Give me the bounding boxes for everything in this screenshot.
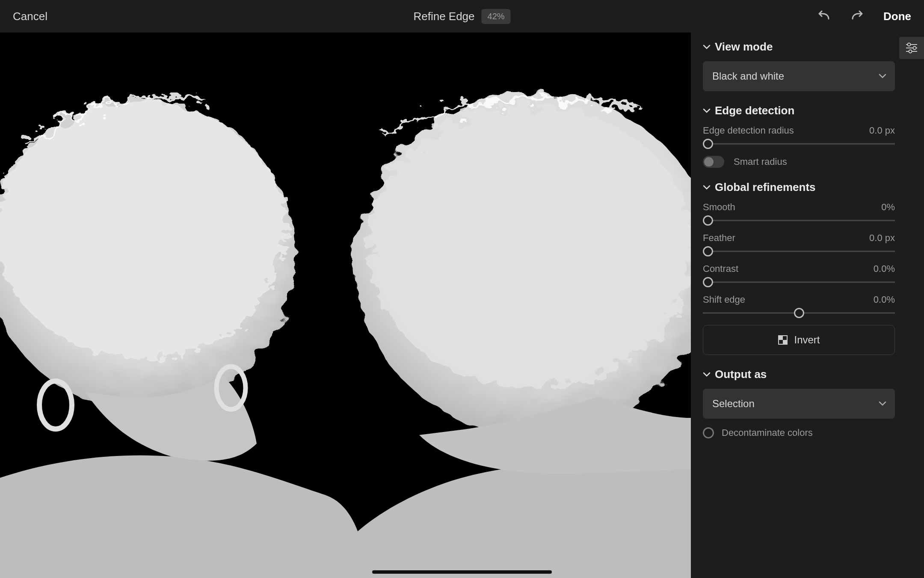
smart-radius-toggle[interactable] xyxy=(703,156,724,168)
properties-panel: View mode Black and white Edge detection… xyxy=(691,33,924,578)
redo-button[interactable] xyxy=(849,8,866,25)
feather-slider[interactable] xyxy=(703,245,895,257)
invert-icon xyxy=(778,335,788,345)
svg-point-14 xyxy=(909,50,912,53)
view-mode-dropdown[interactable]: Black and white xyxy=(703,61,895,91)
section-title: View mode xyxy=(715,40,773,54)
svg-rect-17 xyxy=(783,340,787,344)
page-title: Refine Edge xyxy=(413,10,474,23)
invert-label: Invert xyxy=(794,334,820,346)
decontaminate-colors-radio[interactable] xyxy=(703,427,714,438)
edge-radius-label: Edge detection radius xyxy=(703,125,794,136)
settings-tab[interactable] xyxy=(899,37,924,59)
dropdown-value: Black and white xyxy=(712,70,784,82)
contrast-slider[interactable] xyxy=(703,276,895,288)
section-edge-detection: Edge detection Edge detection radius 0.0… xyxy=(703,104,895,168)
smooth-slider[interactable] xyxy=(703,215,895,226)
edge-radius-slider[interactable] xyxy=(703,138,895,150)
contrast-value: 0.0% xyxy=(874,263,895,274)
svg-point-7 xyxy=(0,101,287,358)
chevron-down-icon xyxy=(879,74,886,79)
canvas-preview[interactable] xyxy=(0,33,691,578)
smart-radius-label: Smart radius xyxy=(734,156,787,167)
edge-radius-value: 0.0 px xyxy=(869,125,895,136)
undo-icon xyxy=(816,10,831,22)
section-output-as: Output as Selection Decontaminate colors xyxy=(703,368,895,438)
shift-edge-value: 0.0% xyxy=(874,294,895,305)
decontaminate-colors-label: Decontaminate colors xyxy=(722,427,813,438)
smooth-value: 0% xyxy=(881,202,895,213)
invert-button[interactable]: Invert xyxy=(703,325,895,355)
output-as-dropdown[interactable]: Selection xyxy=(703,389,895,419)
chevron-down-icon xyxy=(703,108,711,113)
section-title: Edge detection xyxy=(715,104,794,117)
svg-rect-16 xyxy=(779,336,783,340)
section-header-global-refinements[interactable]: Global refinements xyxy=(703,181,895,194)
section-global-refinements: Global refinements Smooth 0% Feather 0.0… xyxy=(703,181,895,355)
top-bar: Cancel Refine Edge 42% Done xyxy=(0,0,924,33)
sliders-icon xyxy=(905,42,918,54)
chevron-down-icon xyxy=(703,185,711,190)
undo-button[interactable] xyxy=(815,8,832,25)
done-button[interactable]: Done xyxy=(883,10,911,23)
shift-edge-slider[interactable] xyxy=(703,307,895,319)
smooth-label: Smooth xyxy=(703,202,735,213)
redo-icon xyxy=(850,10,865,22)
home-indicator xyxy=(372,570,552,574)
cancel-button[interactable]: Cancel xyxy=(13,10,47,23)
contrast-label: Contrast xyxy=(703,263,738,274)
feather-value: 0.0 px xyxy=(869,232,895,244)
chevron-down-icon xyxy=(703,372,711,377)
section-header-edge-detection[interactable]: Edge detection xyxy=(703,104,895,117)
feather-label: Feather xyxy=(703,232,735,244)
section-header-view-mode[interactable]: View mode xyxy=(703,40,895,54)
section-view-mode: View mode Black and white xyxy=(703,40,895,91)
dropdown-value: Selection xyxy=(712,398,755,410)
svg-point-13 xyxy=(913,47,916,50)
shift-edge-label: Shift edge xyxy=(703,294,745,305)
svg-point-12 xyxy=(908,43,911,46)
chevron-down-icon xyxy=(703,45,711,50)
section-title: Global refinements xyxy=(715,181,816,194)
section-title: Output as xyxy=(715,368,767,381)
chevron-down-icon xyxy=(879,401,886,406)
section-header-output-as[interactable]: Output as xyxy=(703,368,895,381)
mask-preview xyxy=(0,33,691,578)
zoom-level-badge[interactable]: 42% xyxy=(482,9,511,24)
svg-point-11 xyxy=(368,105,691,388)
